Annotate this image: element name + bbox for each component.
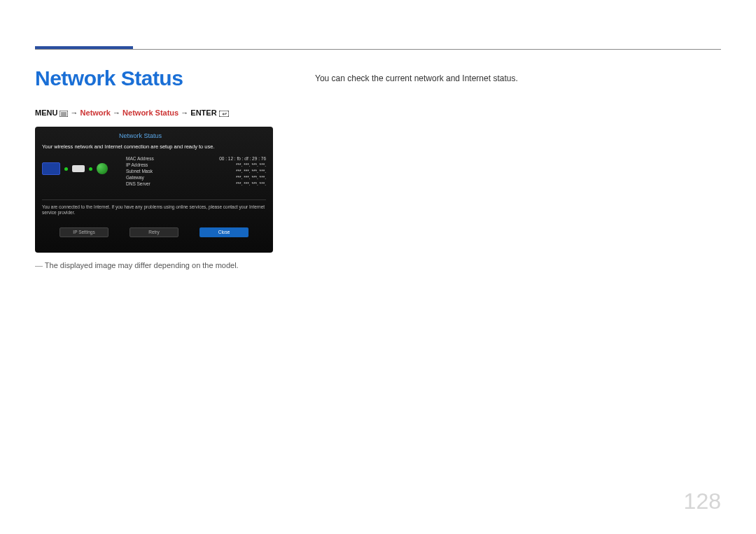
screenshot-title: Network Status xyxy=(119,132,266,139)
breadcrumb-enter-label: ENTER xyxy=(190,108,216,117)
breadcrumb-arrow: → xyxy=(181,108,188,117)
table-row: Subnet Mask***. ***. ***. ***. xyxy=(126,168,266,174)
connection-diagram xyxy=(42,155,119,182)
router-icon xyxy=(72,165,85,172)
breadcrumb-arrow: → xyxy=(113,108,120,117)
table-row: DNS Server***. ***. ***. ***. xyxy=(126,181,266,187)
right-column: You can check the current network and In… xyxy=(315,66,721,269)
row-value: ***. ***. ***. ***. xyxy=(236,175,266,180)
breadcrumb-network: Network xyxy=(80,108,111,117)
breadcrumb-arrow: → xyxy=(71,108,78,117)
divider xyxy=(42,199,266,200)
row-value: 00 : 12 : fb : df : 29 : 76 xyxy=(219,156,266,161)
table-row: IP Address***. ***. ***. ***. xyxy=(126,162,266,168)
row-label: DNS Server xyxy=(126,181,150,186)
retry-button[interactable]: Retry xyxy=(130,227,178,237)
menu-icon xyxy=(59,110,68,118)
screenshot-body: MAC Address00 : 12 : fb : df : 29 : 76 I… xyxy=(42,155,266,187)
row-value: ***. ***. ***. ***. xyxy=(236,169,266,174)
page: Network Status MENU → Network → Network … xyxy=(0,0,756,534)
svg-rect-0 xyxy=(59,111,68,117)
left-column: Network Status MENU → Network → Network … xyxy=(35,66,273,269)
tv-icon xyxy=(42,162,60,175)
row-label: Gateway xyxy=(126,175,144,180)
table-row: MAC Address00 : 12 : fb : df : 29 : 76 xyxy=(126,155,266,162)
page-number: 128 xyxy=(684,489,721,514)
screenshot-buttons: IP Settings Retry Close xyxy=(42,227,266,237)
svg-rect-4 xyxy=(219,111,229,117)
network-info-table: MAC Address00 : 12 : fb : df : 29 : 76 I… xyxy=(126,155,266,187)
row-label: MAC Address xyxy=(126,156,154,161)
row-label: IP Address xyxy=(126,162,148,167)
network-status-screenshot: Network Status Your wireless network and… xyxy=(35,127,273,253)
content-columns: Network Status MENU → Network → Network … xyxy=(35,66,721,269)
row-label: Subnet Mask xyxy=(126,169,153,174)
image-caption: The displayed image may differ depending… xyxy=(35,261,273,269)
signal-dot-icon xyxy=(89,167,92,171)
description-text: You can check the current network and In… xyxy=(315,73,721,83)
breadcrumb: MENU → Network → Network Status → ENTER xyxy=(35,108,273,118)
page-title: Network Status xyxy=(35,66,273,90)
globe-icon xyxy=(97,163,108,174)
horizontal-rule xyxy=(35,49,721,50)
close-button[interactable]: Close xyxy=(200,227,248,237)
screenshot-footer-text: You are connected to the Internet. If yo… xyxy=(42,204,266,216)
row-value: ***. ***. ***. ***. xyxy=(236,162,266,167)
enter-icon xyxy=(219,110,229,118)
screenshot-message: Your wireless network and Internet conne… xyxy=(42,143,266,150)
ip-settings-button[interactable]: IP Settings xyxy=(59,227,108,237)
breadcrumb-menu-label: MENU xyxy=(35,108,57,117)
table-row: Gateway***. ***. ***. ***. xyxy=(126,174,266,181)
signal-dot-icon xyxy=(64,167,68,171)
row-value: ***. ***. ***. ***. xyxy=(236,181,266,186)
breadcrumb-network-status: Network Status xyxy=(122,108,178,117)
